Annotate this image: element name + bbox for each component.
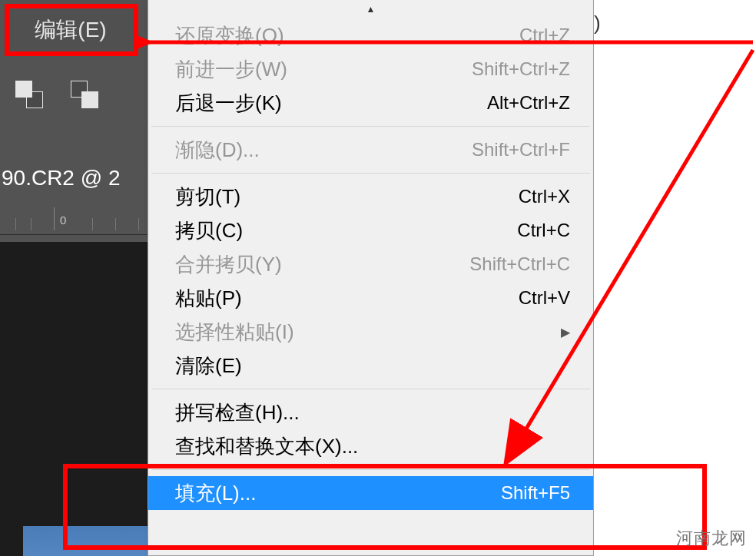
menu-item-label: 拷贝(C) bbox=[175, 217, 243, 244]
menu-item-shortcut: Ctrl+C bbox=[517, 220, 570, 241]
edit-menu-button[interactable]: 编辑(E) bbox=[6, 8, 135, 52]
foreground-color-icon[interactable] bbox=[15, 81, 48, 113]
menu-item-shortcut: Ctrl+V bbox=[519, 287, 570, 309]
edit-dropdown-menu: ▲ 还原变换(O) Ctrl+Z 前进一步(W) Shift+Ctrl+Z 后退… bbox=[148, 0, 594, 556]
menu-item-clear[interactable]: 清除(E) bbox=[148, 349, 593, 382]
submenu-arrow-icon: ▶ bbox=[561, 325, 570, 339]
menu-item-label: 前进一步(W) bbox=[175, 56, 287, 83]
menu-item-shortcut: Ctrl+Z bbox=[519, 25, 570, 46]
right-blank-area bbox=[594, 0, 756, 556]
menu-item-step-forward[interactable]: 前进一步(W) Shift+Ctrl+Z bbox=[148, 52, 593, 86]
menu-separator bbox=[151, 389, 590, 389]
menu-item-fade[interactable]: 渐隐(D)... Shift+Ctrl+F bbox=[148, 133, 593, 167]
menu-item-undo[interactable]: 还原变换(O) Ctrl+Z bbox=[148, 18, 593, 52]
background-color-icon[interactable] bbox=[71, 81, 103, 113]
menu-item-label: 粘贴(P) bbox=[175, 285, 242, 312]
menu-item-shortcut: Shift+F5 bbox=[501, 482, 570, 504]
menu-item-label: 填充(L)... bbox=[175, 480, 256, 507]
menu-item-label: 选择性粘贴(I) bbox=[175, 319, 294, 346]
menu-scroll-up-icon[interactable]: ▲ bbox=[148, 0, 593, 18]
menu-item-shortcut: Shift+Ctrl+F bbox=[472, 139, 570, 161]
menu-item-label: 渐隐(D)... bbox=[175, 137, 260, 164]
menu-item-cut[interactable]: 剪切(T) Ctrl+X bbox=[148, 180, 593, 213]
menu-item-label: 合并拷贝(Y) bbox=[175, 251, 282, 278]
menu-item-label: 查找和替换文本(X)... bbox=[175, 433, 358, 460]
menu-item-step-backward[interactable]: 后退一步(K) Alt+Ctrl+Z bbox=[148, 86, 593, 120]
menu-item-label: 剪切(T) bbox=[175, 184, 240, 210]
menu-item-label: 还原变换(O) bbox=[175, 22, 284, 49]
menu-item-copy-merged[interactable]: 合并拷贝(Y) Shift+Ctrl+C bbox=[148, 247, 593, 281]
edit-menu-label: 编辑(E) bbox=[35, 15, 106, 45]
menu-item-find-replace[interactable]: 查找和替换文本(X)... bbox=[148, 429, 593, 463]
menu-item-paste[interactable]: 粘贴(P) Ctrl+V bbox=[148, 281, 593, 315]
menu-item-spell-check[interactable]: 拼写检查(H)... bbox=[148, 395, 593, 429]
watermark: 河南龙网 bbox=[676, 527, 747, 550]
menu-item-label: 拼写检查(H)... bbox=[175, 399, 300, 426]
ruler: 0 bbox=[0, 201, 148, 235]
menu-item-paste-special[interactable]: 选择性粘贴(I) ▶ bbox=[148, 315, 593, 349]
menu-separator bbox=[151, 173, 590, 174]
menu-item-shortcut: Shift+Ctrl+Z bbox=[472, 58, 570, 80]
menu-item-fill[interactable]: 填充(L)... Shift+F5 bbox=[148, 476, 593, 510]
ruler-tick-label: 0 bbox=[60, 213, 66, 227]
menu-item-label: 后退一步(K) bbox=[175, 90, 282, 117]
menu-item-shortcut: Ctrl+X bbox=[519, 186, 570, 207]
menu-separator bbox=[151, 126, 590, 127]
app-background: 编辑(E) 90.CR2 @ 2 0 ▲ 还原变换(O) Ctrl+Z 前进 bbox=[0, 0, 594, 556]
menu-separator bbox=[151, 469, 590, 470]
canvas-image[interactable] bbox=[23, 526, 148, 556]
canvas-dark-area bbox=[0, 242, 148, 556]
menu-item-copy[interactable]: 拷贝(C) Ctrl+C bbox=[148, 213, 593, 247]
menu-item-shortcut: Shift+Ctrl+C bbox=[469, 253, 570, 275]
document-tab[interactable]: 90.CR2 @ 2 bbox=[0, 157, 148, 200]
document-tab-label: 90.CR2 @ 2 bbox=[2, 166, 121, 190]
right-stub-text: ) bbox=[594, 12, 609, 42]
toolbar-icons bbox=[15, 77, 131, 117]
menu-item-shortcut: Alt+Ctrl+Z bbox=[487, 92, 570, 114]
menu-item-label: 清除(E) bbox=[175, 352, 242, 379]
